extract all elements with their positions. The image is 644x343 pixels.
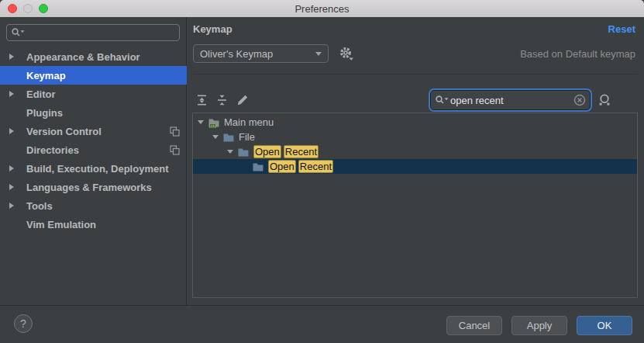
- expander-icon[interactable]: [197, 120, 205, 124]
- cancel-button[interactable]: Cancel: [446, 316, 502, 335]
- preferences-dialog: Appearance & Behavior Keymap Editor Plug…: [0, 17, 644, 305]
- zoom-button[interactable]: [39, 4, 48, 13]
- help-button[interactable]: ?: [14, 314, 33, 333]
- find-by-shortcut-icon[interactable]: [597, 93, 612, 107]
- close-button[interactable]: [8, 4, 17, 13]
- title-bar: Preferences: [0, 0, 644, 17]
- reset-link[interactable]: Reset: [608, 23, 635, 35]
- expander-icon[interactable]: [9, 184, 14, 190]
- tree-row-file[interactable]: File: [193, 130, 637, 144]
- chevron-down-icon: [315, 52, 322, 56]
- tree-row-open-recent-selected[interactable]: OpenRecent: [193, 159, 637, 174]
- sidebar-item-vim-emulation[interactable]: Vim Emulation: [0, 215, 187, 234]
- window-title: Preferences: [294, 3, 349, 15]
- dialog-footer: ? Cancel Apply OK: [0, 305, 644, 343]
- minimize-button: [23, 4, 33, 13]
- page-title: Keymap: [193, 23, 232, 35]
- keymap-search-input[interactable]: [449, 95, 573, 106]
- sidebar-item-keymap[interactable]: Keymap: [0, 66, 187, 85]
- edit-pencil-icon[interactable]: [236, 93, 250, 107]
- sidebar-item-build-execution-deployment[interactable]: Build, Execution, Deployment: [0, 159, 187, 178]
- sidebar-item-version-control[interactable]: Version Control: [0, 122, 187, 140]
- sidebar-item-tools[interactable]: Tools: [0, 196, 187, 215]
- folder-icon: [237, 146, 250, 158]
- sidebar-item-languages-frameworks[interactable]: Languages & Frameworks: [0, 178, 187, 196]
- match-highlight: Recent: [284, 145, 319, 158]
- settings-search-field[interactable]: [6, 24, 180, 41]
- match-highlight: Open: [253, 145, 281, 158]
- settings-sidebar: Appearance & Behavior Keymap Editor Plug…: [0, 17, 187, 305]
- expander-icon[interactable]: [9, 54, 14, 60]
- tree-row-main-menu[interactable]: Main menu: [193, 115, 637, 130]
- expander-icon[interactable]: [9, 91, 14, 97]
- keymap-dropdown[interactable]: Oliver's Keymap: [193, 44, 329, 63]
- tree-row-open-recent[interactable]: OpenRecent: [193, 144, 637, 159]
- expand-all-button[interactable]: [195, 93, 209, 107]
- expander-icon[interactable]: [226, 150, 234, 154]
- match-highlight: Open: [268, 160, 296, 173]
- keymap-tree: Main menu File OpenRecent: [192, 113, 638, 298]
- keymap-search-field[interactable]: [430, 90, 591, 110]
- header-separator: [193, 74, 638, 74]
- project-settings-icon: [170, 145, 180, 155]
- collapse-all-button[interactable]: [215, 93, 229, 107]
- project-settings-icon: [170, 126, 180, 137]
- main-menu-icon: [208, 116, 220, 129]
- folder-icon: [252, 161, 264, 173]
- search-icon[interactable]: [11, 27, 25, 38]
- sidebar-item-plugins[interactable]: Plugins: [0, 103, 187, 122]
- expander-icon[interactable]: [9, 128, 14, 134]
- expander-icon[interactable]: [9, 203, 14, 209]
- ok-button[interactable]: OK: [577, 316, 632, 335]
- based-on-label: Based on Default keymap: [520, 48, 635, 60]
- match-highlight: Recent: [298, 160, 333, 173]
- expander-icon[interactable]: [212, 135, 219, 139]
- settings-search-input[interactable]: [25, 27, 175, 39]
- sidebar-item-editor[interactable]: Editor: [0, 85, 187, 103]
- expander-icon[interactable]: [9, 165, 14, 172]
- gear-icon[interactable]: [338, 45, 356, 64]
- sidebar-item-directories[interactable]: Directories: [0, 140, 187, 159]
- folder-icon: [222, 131, 235, 144]
- clear-search-icon[interactable]: [573, 94, 586, 106]
- sidebar-item-appearance-behavior[interactable]: Appearance & Behavior: [0, 47, 187, 66]
- apply-button[interactable]: Apply: [511, 316, 567, 335]
- search-icon[interactable]: [435, 95, 449, 106]
